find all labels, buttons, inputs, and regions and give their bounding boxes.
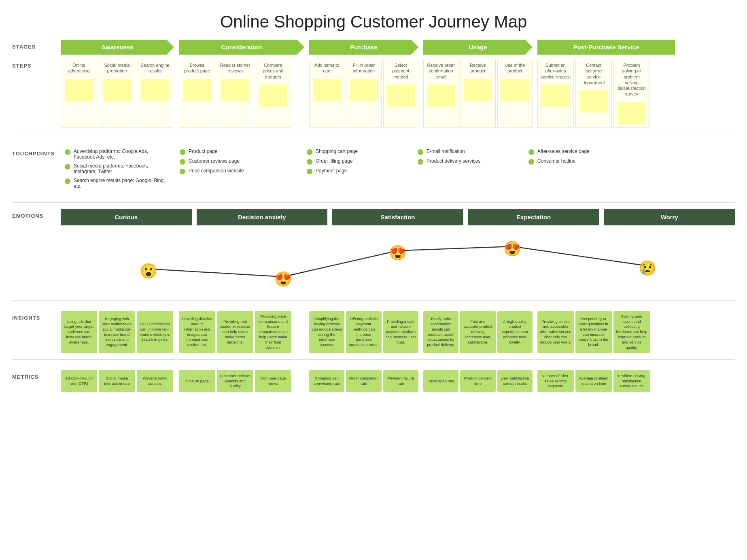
touchpoint-item: Customer reviews page <box>180 158 297 165</box>
step-group-1: Browse product pageRead customer reviews… <box>179 59 304 128</box>
emotion-box-worry: Worry <box>604 209 735 225</box>
stages-label: STAGES <box>12 40 61 50</box>
touchpoint-item: Order filling page <box>307 158 408 165</box>
stages-content: AwarenessConsiderationPurchaseUsagePost-… <box>61 40 735 55</box>
insight-card: Providing real customer reviews can help… <box>217 311 253 354</box>
step-label: Select payment method <box>386 62 416 80</box>
touchpoint-dot <box>180 149 185 155</box>
step-card: Read customer reviews <box>217 59 253 128</box>
map-container: STAGES AwarenessConsiderationPurchaseUsa… <box>0 40 747 404</box>
insight-card: Solving user issues and collecting feedb… <box>613 311 650 354</box>
touchpoint-item: Product page <box>180 148 297 155</box>
stage-post-purchase-service: Post-Purchase Service <box>537 40 675 55</box>
touchpoint-item: Search engine results page: Google, Bing… <box>65 178 170 189</box>
divider-1 <box>12 134 735 134</box>
touchpoint-text: Product delivery services <box>427 158 480 164</box>
insights-content: Using ads that target your target audien… <box>61 311 735 354</box>
steps-label: STEPS <box>12 59 61 69</box>
insight-card: Providing price comparisons and feature … <box>255 311 291 354</box>
insight-card: Responding to user questions in a timely… <box>575 311 612 354</box>
metric-card: Time on page <box>179 370 215 392</box>
sticky-note <box>65 79 93 101</box>
touchpoint-dot <box>65 164 70 170</box>
metric-card: Product delivery time <box>460 370 495 392</box>
touchpoint-text: Customer reviews page <box>189 158 240 164</box>
emotions-label: EMOTIONS <box>12 209 61 219</box>
emotion-emoji-1: 😍 <box>274 270 293 287</box>
touchpoint-text: Product page <box>189 148 217 154</box>
step-label: Online advertising <box>64 62 94 74</box>
sticky-note <box>141 79 169 101</box>
sticky-note <box>183 79 211 101</box>
step-group-0: Online advertisingSocial media promotion… <box>61 59 174 128</box>
step-card: Problem solving or problem solving dissa… <box>613 59 650 128</box>
touchpoint-item: Social media platforms: Facebook, Instag… <box>65 163 170 174</box>
touchpoint-dot <box>307 149 312 155</box>
touchpoint-text: Shopping cart page <box>316 148 358 154</box>
touchpoint-group-4: After-sales service pageConsumer hotline <box>524 146 662 194</box>
step-label: Add items to cart <box>312 62 342 74</box>
step-card: Receive order confirmation email <box>423 59 458 128</box>
step-card: Compare prices and features <box>255 59 291 128</box>
sticky-note <box>259 85 287 107</box>
metric-card: Average problem resolution time <box>575 370 612 392</box>
step-label: Problem solving or problem solving dissa… <box>616 62 647 97</box>
touchpoint-group-3: E-mail notificationProduct delivery serv… <box>414 146 523 194</box>
insight-card: Providing a safe and reliable payment pl… <box>383 311 418 354</box>
divider-4 <box>12 359 735 360</box>
touchpoint-item: Payment page <box>307 168 408 174</box>
step-label: Submit an after-sales service request <box>540 62 571 80</box>
metric-card: Social media interaction rate <box>99 370 135 392</box>
metric-group-0: Ad click-through rate (CTR)Social media … <box>61 370 174 392</box>
touchpoint-text: Advertising platforms: Google Ads, Faceb… <box>74 148 170 160</box>
insight-card: Engaging with your audience on social me… <box>99 311 135 354</box>
touchpoint-group-1: Product pageCustomer reviews pagePrice c… <box>176 146 301 194</box>
step-card: Use of the product <box>497 59 533 128</box>
metrics-row: METRICS Ad click-through rate (CTR)Socia… <box>12 366 735 392</box>
touchpoint-text: Price comparison website <box>189 168 244 174</box>
touchpoints-label: TOUCHPOINTS <box>12 146 61 157</box>
insight-card: Offering multiple payment methods can in… <box>346 311 381 354</box>
stages-row: STAGES AwarenessConsiderationPurchaseUsa… <box>12 40 735 55</box>
touchpoint-text: Order filling page <box>316 158 352 164</box>
emotion-box-curious: Curious <box>61 209 192 225</box>
insight-card: Simplifying the buying process can reduc… <box>309 311 344 354</box>
emotion-emoji-3: 😍 <box>503 240 522 257</box>
emotion-box-expectation: Expectation <box>468 209 599 225</box>
emotion-emoji-2: 😍 <box>389 244 407 261</box>
touchpoints-content: Advertising platforms: Google Ads, Faceb… <box>61 146 735 194</box>
touchpoint-dot <box>528 159 534 165</box>
step-card: Browse product page <box>179 59 215 128</box>
metric-card: Shopping cart conversion rate <box>309 370 344 392</box>
step-label: Browse product page <box>182 62 212 74</box>
sticky-note <box>350 79 378 101</box>
touchpoint-dot <box>180 159 185 165</box>
step-label: Receive order confirmation email <box>426 62 456 80</box>
step-label: Search engine results <box>140 62 170 74</box>
insight-group-1: Providing detailed product information a… <box>179 311 304 354</box>
metric-card: Ad click-through rate (CTR) <box>61 370 97 392</box>
touchpoint-text: Payment page <box>316 168 347 174</box>
insight-group-3: Timely order confirmation emails can inc… <box>423 311 533 354</box>
sticky-note <box>501 79 529 101</box>
step-label: Contact customer service department <box>578 62 609 85</box>
metric-card: Customer reviews quantity and quality <box>217 370 253 392</box>
touchpoint-dot <box>307 159 312 165</box>
metric-card: Order completion rate <box>346 370 381 392</box>
divider-3 <box>12 300 735 301</box>
metric-card: Website traffic sources <box>137 370 173 392</box>
emotions-content: CuriousDecision anxietySatisfactionExpec… <box>61 209 735 225</box>
metric-group-3: Email open rateProduct delivery timeUser… <box>423 370 533 392</box>
insight-card: Providing detailed product information a… <box>179 311 215 354</box>
step-label: Receive product <box>463 62 492 74</box>
step-card: Social media promotion <box>99 59 135 128</box>
step-card: Contact customer service department <box>575 59 612 128</box>
touchpoint-text: Social media platforms: Facebook, Instag… <box>74 163 170 174</box>
page: Online Shopping Customer Journey Map STA… <box>0 0 747 404</box>
touchpoint-dot <box>528 149 534 155</box>
metric-card: User satisfaction survey results <box>497 370 533 392</box>
touchpoints-row: TOUCHPOINTS Advertising platforms: Googl… <box>12 140 735 194</box>
touchpoint-item: Advertising platforms: Google Ads, Faceb… <box>65 148 170 160</box>
insight-card: SEO optimization can improve your brand'… <box>137 311 173 354</box>
metric-card: Email open rate <box>423 370 458 392</box>
